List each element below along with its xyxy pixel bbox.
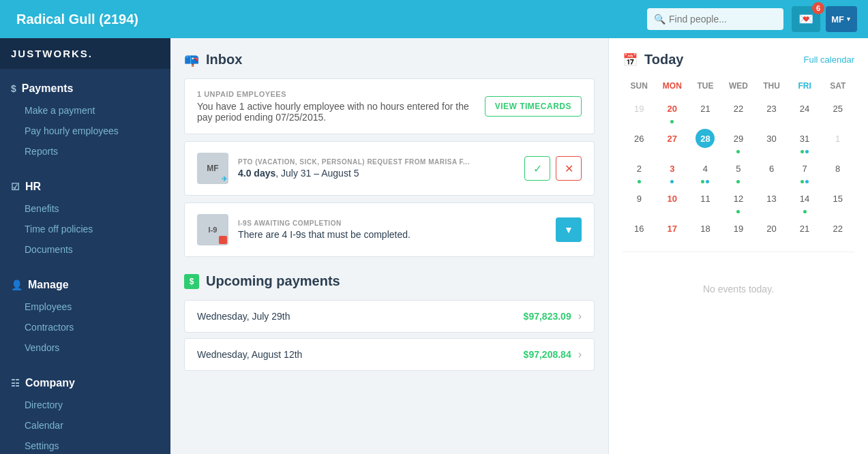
- cal-cell[interactable]: 9: [623, 186, 656, 216]
- cal-cell[interactable]: 28: [689, 126, 722, 156]
- cal-cell[interactable]: 14: [788, 186, 822, 216]
- company-label: Company: [25, 377, 75, 389]
- notification-icon: 💌: [798, 12, 813, 27]
- cal-cell[interactable]: 8: [821, 156, 854, 186]
- approve-button[interactable]: ✓: [524, 156, 550, 181]
- cal-cell[interactable]: 21: [689, 96, 722, 126]
- sidebar-item-settings[interactable]: Settings: [0, 436, 170, 454]
- cal-header-fri: FRI: [788, 78, 822, 96]
- sidebar-item-vendors[interactable]: Vendors: [0, 337, 170, 358]
- i9-dropdown-button[interactable]: ▼: [556, 217, 582, 242]
- payment-row-1[interactable]: Wednesday, August 12th $97,208.84 ›: [184, 338, 595, 371]
- cal-cell[interactable]: 15: [821, 186, 854, 216]
- cal-cell[interactable]: 3: [656, 156, 689, 186]
- sidebar-item-reports[interactable]: Reports: [0, 141, 170, 162]
- person-icon: 👤: [11, 279, 23, 290]
- cal-header-sun: SUN: [623, 78, 656, 96]
- sidebar-section-hr: ☑ HR Benefits Time off policies Document…: [0, 167, 170, 265]
- upcoming-payments-section: $ Upcoming payments Wednesday, July 29th…: [184, 273, 595, 371]
- sidebar-item-time-off-policies[interactable]: Time off policies: [0, 219, 170, 239]
- sidebar-section-manage: 👤 Manage Employees Contractors Vendors: [0, 265, 170, 363]
- cal-cell[interactable]: 20: [656, 96, 689, 126]
- cal-cell[interactable]: 4: [689, 156, 722, 186]
- pto-days: 4.0 days: [238, 168, 275, 179]
- inbox-item-i9: I-9 I-9S AWAITING COMPLETION There are 4…: [184, 202, 595, 257]
- payments-label: Payments: [22, 82, 74, 95]
- cal-cell[interactable]: 27: [656, 126, 689, 156]
- cal-cell[interactable]: 6: [755, 156, 788, 186]
- manage-label: Manage: [28, 279, 69, 291]
- cal-cell[interactable]: 2: [623, 156, 656, 186]
- cal-cell[interactable]: 20: [755, 216, 788, 241]
- main-panel: 📪 Inbox 1 UNPAID EMPLOYEES You have 1 ac…: [170, 38, 609, 454]
- sidebar-item-make-payment[interactable]: Make a payment: [0, 100, 170, 121]
- sidebar-item-employees[interactable]: Employees: [0, 297, 170, 317]
- cal-cell[interactable]: 5: [722, 156, 755, 186]
- chevron-right-icon-1: ›: [578, 348, 582, 361]
- sidebar-item-calendar[interactable]: Calendar: [0, 415, 170, 436]
- cal-cell[interactable]: 12: [722, 186, 755, 216]
- dollar-circle-icon: $: [184, 274, 199, 289]
- reject-button[interactable]: ✕: [556, 156, 582, 181]
- sidebar-item-benefits[interactable]: Benefits: [0, 198, 170, 219]
- inbox-title: 📪 Inbox: [184, 52, 595, 67]
- cal-cell[interactable]: 24: [788, 96, 822, 126]
- sidebar-item-directory[interactable]: Directory: [0, 395, 170, 415]
- sidebar-item-contractors[interactable]: Contractors: [0, 317, 170, 337]
- avatar-button[interactable]: MF ▼: [826, 6, 857, 32]
- cal-header-mon: MON: [656, 78, 689, 96]
- inbox-item-pto: MF ✈ PTO (VACATION, SICK, PERSONAL) REQU…: [184, 141, 595, 196]
- sidebar-item-documents[interactable]: Documents: [0, 239, 170, 260]
- cal-cell[interactable]: 19: [722, 216, 755, 241]
- i9-avatar: I-9: [197, 214, 228, 245]
- cal-cell[interactable]: 13: [755, 186, 788, 216]
- cal-cell[interactable]: 21: [788, 216, 822, 241]
- avatar-initials: MF: [831, 14, 844, 25]
- cal-cell[interactable]: 16: [623, 216, 656, 241]
- pto-desc: 4.0 days, July 31 – August 5: [238, 168, 470, 179]
- header-title: Radical Gull (2194): [16, 12, 647, 27]
- cal-cell[interactable]: 17: [656, 216, 689, 241]
- plane-icon: ✈: [222, 175, 227, 183]
- i9-actions: ▼: [556, 217, 582, 242]
- cal-cell[interactable]: 22: [821, 216, 854, 241]
- cal-cell[interactable]: 26: [623, 126, 656, 156]
- cal-cell[interactable]: 23: [755, 96, 788, 126]
- cal-cell[interactable]: 11: [689, 186, 722, 216]
- view-timecards-button[interactable]: VIEW TIMECARDS: [485, 96, 582, 117]
- cal-cell[interactable]: 10: [656, 186, 689, 216]
- notification-button[interactable]: 💌 6: [792, 6, 820, 32]
- cal-cell[interactable]: 25: [821, 96, 854, 126]
- payment-row-0[interactable]: Wednesday, July 29th $97,823.09 ›: [184, 300, 595, 333]
- search-wrapper: 🔍: [647, 8, 783, 30]
- payment-right-0: $97,823.09 ›: [524, 310, 582, 322]
- sidebar-item-pay-hourly[interactable]: Pay hourly employees: [0, 121, 170, 141]
- dollar-icon: $: [11, 83, 16, 94]
- cal-cell[interactable]: 19: [623, 96, 656, 126]
- calendar-divider: [623, 252, 854, 252]
- full-calendar-link[interactable]: Full calendar: [804, 55, 854, 65]
- search-input[interactable]: [647, 8, 783, 30]
- upcoming-payments-title: $ Upcoming payments: [184, 273, 595, 289]
- inbox-item-unpaid: 1 UNPAID EMPLOYEES You have 1 active hou…: [184, 78, 595, 134]
- cal-cell[interactable]: 30: [755, 126, 788, 156]
- cal-cell[interactable]: 1: [821, 126, 854, 156]
- calendar-panel: 📅 Today Full calendar SUN MON TUE WED TH…: [609, 38, 868, 454]
- i9-badge: [219, 236, 227, 244]
- cal-cell[interactable]: 18: [689, 216, 722, 241]
- sidebar-section-company: ☷ Company Directory Calendar Settings: [0, 363, 170, 454]
- top-header: Radical Gull (2194) 🔍 💌 6 MF ▼: [0, 0, 868, 38]
- sidebar-section-company-header: ☷ Company: [0, 374, 170, 395]
- payment-amount-0: $97,823.09: [524, 311, 571, 322]
- pto-actions: ✓ ✕: [524, 156, 582, 181]
- cal-header-tue: TUE: [689, 78, 722, 96]
- calendar-title: 📅 Today: [623, 52, 683, 67]
- cal-cell[interactable]: 7: [788, 156, 822, 186]
- cal-cell[interactable]: 29: [722, 126, 755, 156]
- pto-avatar: MF ✈: [197, 153, 228, 184]
- cal-header-sat: SAT: [821, 78, 854, 96]
- cal-cell[interactable]: 31: [788, 126, 822, 156]
- sidebar-section-manage-header: 👤 Manage: [0, 276, 170, 297]
- unpaid-label: 1 UNPAID EMPLOYEES: [197, 90, 485, 98]
- cal-cell[interactable]: 22: [722, 96, 755, 126]
